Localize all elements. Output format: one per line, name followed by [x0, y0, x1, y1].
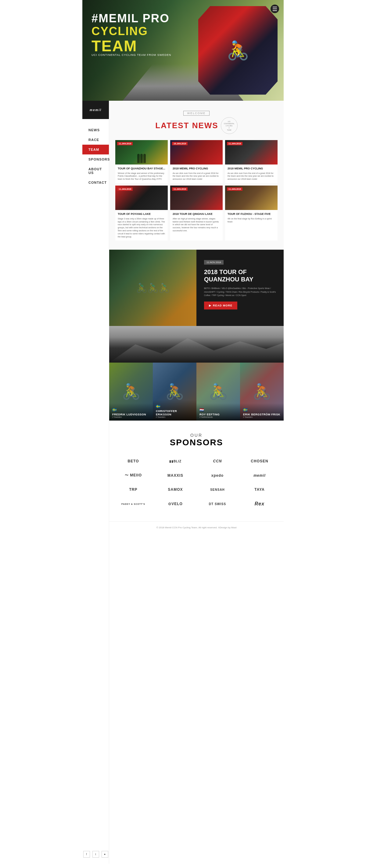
news-card[interactable]: 16.JAN.2019 2018 MEMIL PRO CYCLING As we… — [170, 140, 223, 183]
sponsor-trp[interactable]: TRP — [115, 485, 151, 494]
sidebar-nav: NEWS RACE TEAM SPONSORS ABOUT US CONTACT — [82, 119, 109, 193]
sponsor-rex[interactable]: Rex — [241, 499, 277, 509]
news-card-body-3: 2018 MEMIL PRO CYCLING As we click over … — [225, 164, 277, 183]
mountain-background — [109, 326, 284, 363]
footer-text: © 2018 Memil CCN Pro Cycling Team. All r… — [157, 526, 237, 529]
read-more-label: READ MORE — [213, 304, 232, 307]
team-member-2[interactable]: 🚴 🇸🇪 CHRISTOFFER ERIKSSON // Sweden — [153, 363, 196, 421]
sponsor-dt-swiss[interactable]: DT SWISS — [199, 500, 235, 508]
news-card-title-4: TOUR OF POYANG LAKE — [118, 212, 165, 216]
news-card-text-4: Stage 3 was only a 30km stage made up of… — [118, 217, 165, 238]
sponsor-memil[interactable]: memil — [241, 471, 277, 480]
member-country-4: // Sweden — [243, 416, 280, 418]
news-card-body-6: TOUR OF FUZHOU - stage FIVE 4th on the f… — [225, 210, 277, 225]
team-member-4[interactable]: 🚴 🇸🇪 ERIK BERGSTRÖM FRISK // Sweden — [240, 363, 284, 421]
news-card-image-2: 16.JAN.2019 — [170, 140, 223, 164]
sponsor-velo[interactable]: ⊙VELO — [157, 499, 193, 508]
hero-title-line1: #MEMIL PRO — [92, 12, 170, 25]
news-card-image-5: 11.JAN.2019 — [170, 186, 223, 210]
read-more-button[interactable]: ▶ READ MORE — [204, 302, 237, 309]
sponsor-logo-text: SAMOX — [168, 488, 183, 492]
sponsor-meiio[interactable]: 〜 MEIIO — [115, 470, 151, 480]
page-wrapper: memil NEWS RACE TEAM SPONSORS ABOUT US C… — [82, 101, 284, 864]
team-member-image-2: 🚴 🇸🇪 CHRISTOFFER ERIKSSON // Sweden — [153, 363, 196, 421]
team-section: 🚴 🇸🇪 FREDRIK LUDVIGSSON // Sweden 🚴 🇸🇪 C… — [109, 363, 284, 421]
arrow-right-icon: ▶ — [209, 304, 211, 307]
news-card-body-1: TOUR OF QUANZHOU BAY stage... Winner of … — [115, 164, 168, 183]
sponsor-logo-text: xpedo — [211, 473, 224, 478]
news-card-text-3: As we click over from the end of a great… — [228, 172, 275, 181]
team-member-image-1: 🚴 🇸🇪 FREDRIK LUDVIGSSON // Sweden — [109, 363, 153, 421]
news-card-title-5: 2018 Tour de Qinghai Lake — [173, 212, 220, 216]
news-card-body-2: 2018 MEMIL PRO CYCLING As we click over … — [170, 164, 223, 183]
news-date-3: 11.JAN.2019 — [227, 142, 242, 145]
news-card-title-1: TOUR OF QUANZHOU BAY stage... — [118, 167, 165, 170]
sponsor-taya[interactable]: TAYA — [241, 485, 277, 494]
sponsor-logo-text: BETO — [128, 459, 139, 463]
sponsor-ccn[interactable]: CCN — [199, 457, 235, 466]
news-card[interactable]: 11.JAN.2019 TOUR OF QUANZHOU BAY stage..… — [115, 140, 168, 183]
sidebar-item-news[interactable]: NEWS — [82, 125, 109, 135]
team-member-overlay-2: 🇸🇪 CHRISTOFFER ERIKSSON // Sweden — [153, 400, 196, 421]
sponsor-bliz[interactable]: ▮▮BLIZ — [157, 457, 193, 465]
uci-badge: UCICONTINENTALCYCLING#TEAM — [221, 117, 238, 134]
sponsor-logo-text: CHOSEN — [251, 459, 268, 463]
news-card-title-2: 2018 MEMIL PRO CYCLING — [173, 167, 220, 170]
sponsor-logo-text: Rex — [255, 501, 264, 507]
flag-3: 🇳🇱 — [199, 408, 237, 412]
flag-1: 🇸🇪 — [112, 408, 150, 412]
team-member-overlay-3: 🇳🇱 ROY EEFTING // Netherlands — [196, 403, 240, 421]
race-image: 🚴‍♂️🚴‍♂️🚴‍♂️ — [109, 250, 196, 326]
sidebar-item-sponsors[interactable]: SPONSORS — [82, 154, 109, 164]
sidebar-item-race[interactable]: RACE — [82, 135, 109, 145]
news-date-5: 11.JAN.2019 — [172, 187, 188, 191]
our-text: OUR — [115, 433, 277, 438]
news-card[interactable]: 11.JAN.2019 TOUR OF POYANG LAKE Stage 3 … — [115, 186, 168, 241]
team-member-1[interactable]: 🚴 🇸🇪 FREDRIK LUDVIGSSON // Sweden — [109, 363, 153, 421]
news-card-text-1: Winner of the stage and winner of the pr… — [118, 172, 165, 181]
sidebar-item-team[interactable]: TEAM — [82, 145, 109, 154]
member-name-3: ROY EEFTING — [199, 413, 237, 416]
news-card[interactable]: 11.JAN.2019 2018 Tour de Qinghai Lake Af… — [170, 186, 223, 241]
sponsor-beto[interactable]: BETO — [115, 457, 151, 466]
logo-text: memil — [90, 108, 102, 112]
main-content: WELCOME LATEST NEWS UCICONTINENTALCYCLIN… — [109, 101, 284, 864]
menu-button[interactable] — [270, 5, 279, 13]
news-card-text-5: After six high-pt winning stage winner, … — [173, 217, 220, 232]
team-member-overlay-4: 🇸🇪 ERIK BERGSTRÖM FRISK // Sweden — [240, 403, 284, 421]
news-card-image-1: 11.JAN.2019 — [115, 140, 168, 164]
twitter-icon[interactable]: t — [92, 851, 99, 858]
facebook-icon[interactable]: f — [83, 851, 90, 858]
sponsor-paddy-scotts[interactable]: PADDY & SCOTT'S — [115, 500, 151, 507]
sponsor-xpedo[interactable]: xpedo — [199, 471, 235, 480]
section-title-main: LATEST — [155, 121, 189, 130]
race-title: 2018 TOUR OF QUANZHOU BAY — [204, 268, 276, 283]
sponsors-section: OUR SPONSORS BETO ▮▮BLIZ CCN CHOSEN 〜 ME… — [109, 421, 284, 521]
member-name-4: ERIK BERGSTRÖM FRISK — [243, 413, 280, 416]
team-member-image-3: 🚴 🇳🇱 ROY EEFTING // Netherlands — [196, 363, 240, 421]
team-member-overlay-1: 🇸🇪 FREDRIK LUDVIGSSON // Sweden — [109, 403, 153, 421]
news-card-image-4: 11.JAN.2019 — [115, 186, 168, 210]
sponsors-grid: BETO ▮▮BLIZ CCN CHOSEN 〜 MEIIO MAXXIS — [115, 457, 277, 509]
news-date-1: 11.JAN.2019 — [117, 142, 133, 145]
news-card-text-2: As we click over from the end of a great… — [173, 172, 220, 181]
sidebar-item-contact[interactable]: CONTACT — [82, 178, 109, 187]
sponsor-chosen[interactable]: CHOSEN — [241, 457, 277, 466]
sponsor-maxxis[interactable]: MAXXIS — [157, 471, 193, 480]
sidebar-item-about-us[interactable]: ABOUT US — [82, 164, 109, 178]
section-header: WELCOME LATEST NEWS UCICONTINENTALCYCLIN… — [115, 110, 277, 134]
member-name-1: FREDRIK LUDVIGSSON — [112, 413, 150, 416]
hero-subtitle: UCI CONTINENTAL CYCLING TEAM FROM SWEDEN — [92, 54, 171, 57]
instagram-icon[interactable]: ● — [102, 851, 108, 858]
team-member-3[interactable]: 🚴 🇳🇱 ROY EEFTING // Netherlands — [196, 363, 240, 421]
sponsor-samox[interactable]: SAMOX — [157, 485, 193, 494]
race-date: 11.NOV.2018 — [204, 260, 224, 265]
news-card-body-5: 2018 Tour de Qinghai Lake After six high… — [170, 210, 223, 235]
race-content: 🚴‍♂️🚴‍♂️🚴‍♂️ 11.NOV.2018 2018 TOUR OF QU… — [109, 250, 284, 326]
welcome-badge: WELCOME — [183, 111, 210, 116]
news-card[interactable]: 11.JAN.2019 2018 MEMIL PRO CYCLING As we… — [225, 140, 277, 183]
hero-title-line2: CYCLING — [92, 25, 170, 38]
news-card[interactable]: 11.JAN.2019 TOUR OF FUZHOU - stage FIVE … — [225, 186, 277, 241]
member-country-2: // Sweden — [156, 416, 193, 418]
sponsor-sensah[interactable]: SENSAH — [199, 486, 235, 494]
